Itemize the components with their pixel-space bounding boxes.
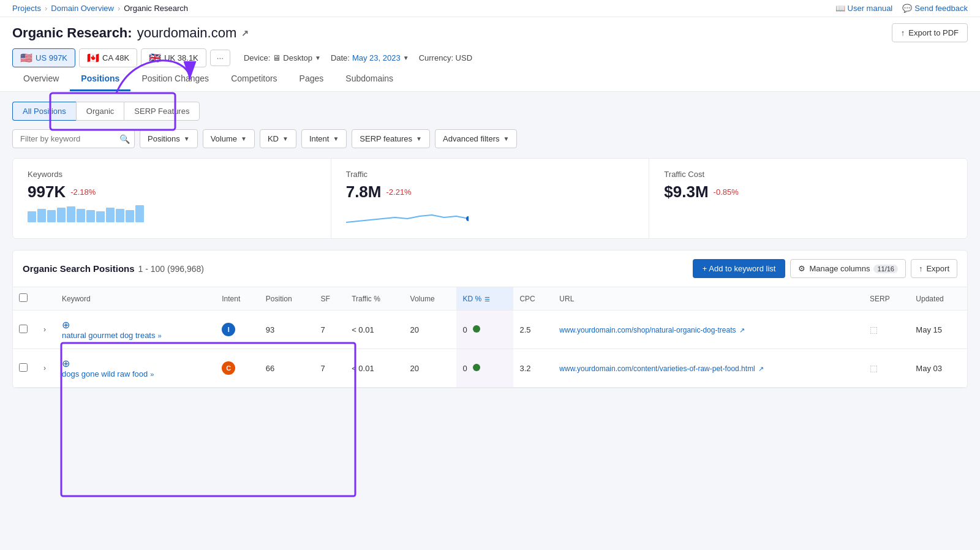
keywords-value: 997K -2.18% — [28, 183, 316, 202]
sub-tab-serp-features[interactable]: SERP Features — [124, 102, 200, 121]
row1-traffic-pct-cell: < 0.01 — [345, 311, 404, 349]
main-nav: Overview Positions Position Changes Comp… — [12, 67, 968, 91]
row2-traffic-pct-cell: < 0.01 — [345, 349, 404, 388]
volume-filter[interactable]: Volume ▼ — [203, 129, 255, 148]
nav-subdomains[interactable]: Subdomains — [334, 67, 404, 91]
results-table: Keyword Intent Position SF Traffic % Vol… — [13, 287, 967, 388]
row2-external-link-icon: ↗ — [758, 365, 764, 372]
keywords-label: Keywords — [28, 170, 316, 179]
row1-cpc-cell: 2.5 — [513, 311, 553, 349]
row2-expand-button[interactable]: › — [40, 363, 50, 374]
row1-keyword-link[interactable]: natural gourmet dog treats » — [62, 331, 209, 340]
top-bar: Projects › Domain Overview › Organic Res… — [0, 0, 980, 17]
country-tab-us[interactable]: 🇺🇸 US 997K — [12, 48, 75, 67]
nav-competitors[interactable]: Competitors — [220, 67, 288, 91]
keyword-filter-wrap: 🔍 — [12, 129, 135, 148]
export-table-button[interactable]: ↑ Export — [911, 259, 957, 278]
row1-updated-cell: May 15 — [910, 311, 967, 349]
traffic-cost-metric: Traffic Cost $9.3M -0.85% — [649, 159, 967, 238]
row1-serp-cell: ⬚ — [864, 311, 910, 349]
traffic-metric: Traffic 7.8M -2.21% — [331, 159, 650, 238]
top-actions: 📖 User manual 💬 Send feedback — [835, 4, 968, 13]
device-selector[interactable]: Device: 🖥 Desktop ▼ — [244, 53, 321, 62]
volume-header[interactable]: Volume — [404, 287, 457, 311]
row2-checkbox[interactable] — [19, 363, 28, 372]
row1-intent-badge: I — [222, 323, 235, 336]
nav-pages[interactable]: Pages — [288, 67, 335, 91]
metrics-row: Keywords 997K -2.18% Traffic 7.8M -2.21% — [12, 158, 968, 239]
bar — [86, 210, 95, 222]
traffic-cost-label: Traffic Cost — [664, 170, 952, 179]
bar — [28, 211, 36, 222]
serp-features-chevron-icon: ▼ — [416, 135, 422, 142]
traffic-cost-value: $9.3M -0.85% — [664, 183, 952, 202]
keyword-header[interactable]: Keyword — [56, 287, 216, 311]
country-tab-uk[interactable]: 🇬🇧 UK 38.1K — [141, 48, 206, 67]
external-link-icon[interactable]: ↗ — [241, 28, 249, 38]
nav-overview[interactable]: Overview — [12, 67, 70, 91]
bar — [106, 208, 115, 222]
position-header[interactable]: Position — [260, 287, 315, 311]
manage-columns-button[interactable]: ⚙ Manage columns 11/16 — [790, 259, 906, 278]
sf-header[interactable]: SF — [315, 287, 346, 311]
row2-serp-cell: ⬚ — [864, 349, 910, 388]
bar — [135, 205, 144, 222]
user-manual-link[interactable]: 📖 User manual — [835, 4, 893, 13]
country-tab-ca[interactable]: 🇨🇦 CA 48K — [79, 48, 137, 67]
row1-volume-cell: 20 — [404, 311, 457, 349]
kd-header[interactable]: KD % ☰ — [456, 287, 513, 311]
positions-filter[interactable]: Positions ▼ — [140, 129, 198, 148]
row1-expand-button[interactable]: › — [40, 324, 50, 335]
add-to-keyword-list-button[interactable]: + Add to keyword list — [693, 259, 786, 278]
country-tabs-row: 🇺🇸 US 997K 🇨🇦 CA 48K 🇬🇧 UK 38.1K ··· Dev… — [12, 48, 968, 67]
upload-icon: ↑ — [901, 28, 905, 37]
sort-icon: ☰ — [484, 296, 490, 303]
sub-tab-all-positions[interactable]: All Positions — [12, 102, 76, 121]
intent-header[interactable]: Intent — [216, 287, 260, 311]
gear-icon: ⚙ — [798, 264, 805, 273]
row1-external-link-icon: ↗ — [739, 326, 745, 334]
bar — [116, 209, 124, 222]
table-section: Organic Search Positions 1 - 100 (996,96… — [12, 250, 968, 388]
row1-serp-icon[interactable]: ⬚ — [870, 325, 878, 334]
advanced-filters-chevron-icon: ▼ — [503, 135, 510, 142]
row2-expand-cell: › — [34, 349, 56, 388]
kd-filter[interactable]: KD ▼ — [260, 129, 296, 148]
row2-url-link[interactable]: www.yourdomain.com/content/varieties-of-… — [559, 364, 755, 373]
serp-features-filter[interactable]: SERP features ▼ — [352, 129, 430, 148]
cpc-header[interactable]: CPC — [513, 287, 553, 311]
intent-filter[interactable]: Intent ▼ — [301, 129, 347, 148]
advanced-filters[interactable]: Advanced filters ▼ — [435, 129, 517, 148]
row1-checkbox[interactable] — [19, 325, 28, 333]
row2-cpc-cell: 3.2 — [513, 349, 553, 388]
send-feedback-link[interactable]: 💬 Send feedback — [902, 4, 968, 13]
more-countries-button[interactable]: ··· — [210, 50, 230, 66]
breadcrumb-domain-overview[interactable]: Domain Overview — [51, 4, 114, 13]
traffic-pct-header[interactable]: Traffic % — [345, 287, 404, 311]
nav-positions[interactable]: Positions — [70, 67, 130, 91]
updated-header[interactable]: Updated — [910, 287, 967, 311]
date-selector[interactable]: Date: May 23, 2023 ▼ — [331, 53, 409, 62]
row2-volume-cell: 20 — [404, 349, 457, 388]
bar — [126, 210, 134, 222]
search-icon[interactable]: 🔍 — [119, 134, 130, 144]
svg-point-0 — [466, 216, 469, 221]
bar — [47, 210, 56, 222]
row2-keyword-link[interactable]: dogs gone wild raw food » — [62, 369, 209, 379]
breadcrumb-projects[interactable]: Projects — [12, 4, 41, 13]
traffic-label: Traffic — [346, 170, 635, 179]
keyword-filter-input[interactable] — [12, 129, 135, 148]
nav-position-changes[interactable]: Position Changes — [130, 67, 220, 91]
bar — [67, 206, 75, 222]
url-header[interactable]: URL — [553, 287, 864, 311]
book-icon: 📖 — [835, 4, 845, 13]
row2-position-cell: 66 — [260, 349, 315, 388]
export-pdf-button[interactable]: ↑ Export to PDF — [892, 23, 968, 42]
sub-tab-organic[interactable]: Organic — [76, 102, 124, 121]
select-all-checkbox[interactable] — [19, 293, 28, 302]
serp-header[interactable]: SERP — [864, 287, 910, 311]
export-icon: ↑ — [919, 264, 923, 273]
row2-serp-icon[interactable]: ⬚ — [870, 363, 878, 373]
row1-position-cell: 93 — [260, 311, 315, 349]
row1-url-link[interactable]: www.yourdomain.com/shop/natural-organic-… — [559, 326, 736, 334]
